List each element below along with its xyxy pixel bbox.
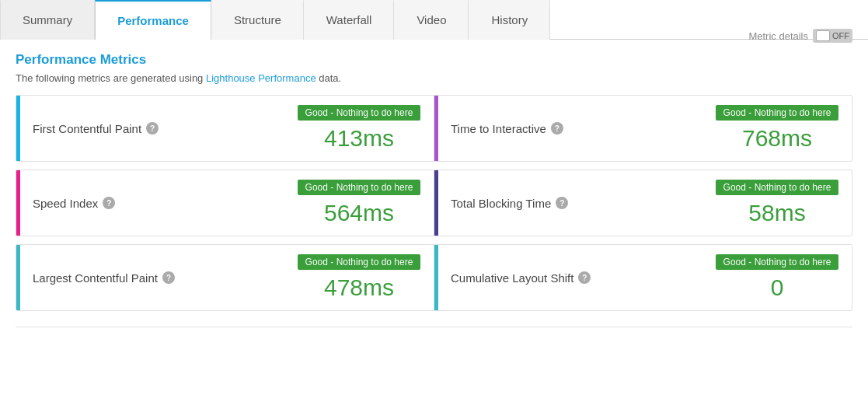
metric-value-block-right-0: Good - Nothing to do here768ms [715,105,839,152]
metric-half-right-1: Total Blocking Time?Good - Nothing to do… [434,170,852,236]
metric-name-right-0: Time to Interactive? [451,122,563,135]
metric-question-icon-right-1[interactable]: ? [556,197,568,209]
metric-name-text-left-0: First Contentful Paint [33,122,141,135]
metric-body-left-0: First Contentful Paint?Good - Nothing to… [20,96,434,161]
toggle-thumb [816,30,830,41]
toggle-off-label: OFF [832,31,849,40]
metric-badge-right-0: Good - Nothing to do here [716,105,839,121]
metric-body-right-2: Cumulative Layout Shift?Good - Nothing t… [438,245,852,310]
metric-value-block-left-1: Good - Nothing to do here564ms [297,180,421,226]
metric-badge-right-2: Good - Nothing to do here [716,254,839,270]
desc-prefix: The following metrics are generated usin… [16,72,206,84]
metrics-row-2: Largest Contentful Paint?Good - Nothing … [16,244,852,311]
metric-body-left-1: Speed Index?Good - Nothing to do here564… [20,170,434,236]
metric-details-row: Metric details OFF [748,29,852,43]
metric-value-block-left-0: Good - Nothing to do here413ms [297,105,421,152]
metric-question-icon-left-0[interactable]: ? [146,122,159,135]
metric-value-right-1: 58ms [748,200,805,226]
metric-value-right-0: 768ms [742,125,812,152]
metric-question-icon-right-2[interactable]: ? [578,271,591,284]
tab-structure[interactable]: Structure [211,0,304,40]
metric-body-left-2: Largest Contentful Paint?Good - Nothing … [20,245,434,310]
tab-waterfall[interactable]: Waterfall [304,0,395,40]
metric-name-right-1: Total Blocking Time? [451,197,568,210]
metric-badge-right-1: Good - Nothing to do here [716,180,839,195]
metric-name-left-1: Speed Index? [33,197,115,210]
metric-badge-left-0: Good - Nothing to do here [298,105,421,121]
tab-bar: SummaryPerformanceStructureWaterfallVide… [0,0,868,40]
tabs-container: SummaryPerformanceStructureWaterfallVide… [0,0,868,40]
main-content: Performance Metrics The following metric… [0,40,868,340]
tab-performance[interactable]: Performance [95,0,211,40]
metric-value-block-right-2: Good - Nothing to do here0 [715,254,839,301]
metric-question-icon-right-0[interactable]: ? [551,122,563,135]
desc-link[interactable]: Lighthouse Performance [206,72,316,84]
metric-question-icon-left-2[interactable]: ? [162,271,175,284]
metric-value-block-right-1: Good - Nothing to do here58ms [715,180,839,226]
metric-value-left-1: 564ms [324,200,394,226]
metric-half-right-2: Cumulative Layout Shift?Good - Nothing t… [434,245,852,310]
metric-value-left-0: 413ms [324,125,394,152]
tab-video[interactable]: Video [394,0,469,40]
metric-details-label: Metric details [748,30,808,42]
metric-name-text-left-2: Largest Contentful Paint [33,271,158,285]
metrics-row-0: First Contentful Paint?Good - Nothing to… [16,95,852,162]
metric-body-right-0: Time to Interactive?Good - Nothing to do… [438,96,852,161]
metric-value-right-2: 0 [771,274,784,301]
section-title: Performance Metrics [16,52,341,68]
metric-name-left-0: First Contentful Paint? [33,122,159,135]
bottom-divider [16,327,852,327]
tab-history[interactable]: History [469,0,550,40]
metric-name-left-2: Largest Contentful Paint? [33,271,175,285]
tab-summary[interactable]: Summary [0,0,95,40]
desc-suffix: data. [316,72,342,84]
metric-half-left-1: Speed Index?Good - Nothing to do here564… [16,170,434,236]
metric-body-right-1: Total Blocking Time?Good - Nothing to do… [438,170,852,236]
metric-badge-left-1: Good - Nothing to do here [298,180,421,195]
section-description: The following metrics are generated usin… [16,72,341,84]
metrics-row-1: Speed Index?Good - Nothing to do here564… [16,170,852,236]
metric-name-text-left-1: Speed Index [33,197,98,210]
metric-name-text-right-1: Total Blocking Time [451,197,551,210]
metric-name-text-right-0: Time to Interactive [451,122,546,135]
metric-name-text-right-2: Cumulative Layout Shift [451,271,573,285]
metric-half-right-0: Time to Interactive?Good - Nothing to do… [434,96,852,161]
metric-question-icon-left-1[interactable]: ? [103,197,115,209]
metric-half-left-0: First Contentful Paint?Good - Nothing to… [16,96,434,161]
metric-name-right-2: Cumulative Layout Shift? [451,271,591,285]
metric-value-block-left-2: Good - Nothing to do here478ms [297,254,421,301]
metric-badge-left-2: Good - Nothing to do here [298,254,421,270]
metrics-section: First Contentful Paint?Good - Nothing to… [16,95,852,319]
metric-details-toggle[interactable]: OFF [813,29,852,43]
metric-half-left-2: Largest Contentful Paint?Good - Nothing … [16,245,434,310]
metric-value-left-2: 478ms [324,274,394,301]
